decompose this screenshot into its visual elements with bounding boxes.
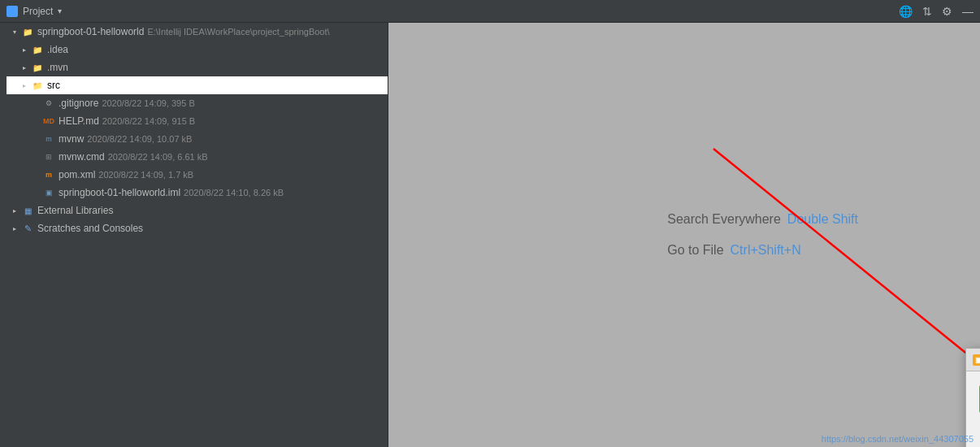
iml-meta: 2020/8/22 14:10, 8.26 kB (184, 188, 284, 197)
extlib-expand-arrow (10, 206, 20, 215)
hint-goto-text: Go to File (667, 243, 723, 258)
mvn-expand-arrow (20, 63, 29, 72)
tree-item-iml[interactable]: ▣ springboot-01-helloworld.iml 2020/8/22… (7, 184, 388, 202)
hint-search-shortcut: Double Shift (787, 212, 858, 227)
settings-icon[interactable]: ⚙ (942, 5, 952, 18)
src-folder-icon: 📁 (31, 80, 44, 91)
helpmd-label: HELP.md (59, 115, 99, 127)
minimize-icon[interactable]: — (962, 5, 973, 18)
gitignore-meta: 2020/8/22 14:09, 395 B (102, 98, 194, 108)
left-edge-bar (0, 23, 7, 447)
root-path: E:\Intellij IDEA\WorkPlace\project_sprin… (147, 27, 329, 37)
title-bar-left: Project ▾ (7, 6, 62, 17)
project-icon (7, 6, 18, 17)
project-tree: 📁 springboot-01-helloworld E:\Intellij I… (7, 23, 388, 447)
tree-item-extlib[interactable]: ▦ External Libraries (7, 202, 388, 219)
tree-item-src[interactable]: 📁 src (7, 76, 388, 94)
content-area: Search Everywhere Double Shift Go to Fil… (388, 23, 980, 447)
tree-item-scratches[interactable]: ✎ Scratches and Consoles (7, 219, 388, 237)
pomxml-meta: 2020/8/22 14:09, 1.7 kB (98, 170, 193, 180)
extlib-label: External Libraries (37, 205, 113, 216)
idea-label: .idea (47, 44, 68, 55)
hint-area: Search Everywhere Double Shift Go to Fil… (667, 212, 858, 258)
tree-item-idea[interactable]: 📁 .idea (7, 41, 388, 59)
extlib-icon: ▦ (21, 205, 34, 216)
mvnw-icon: m (42, 133, 55, 145)
root-expand-arrow (10, 27, 20, 37)
mvnw-label: mvnw (59, 133, 84, 145)
svg-line-0 (713, 149, 980, 372)
tree-item-mvnw[interactable]: m mvnw 2020/8/22 14:09, 10.07 kB (7, 130, 388, 148)
tree-root-item[interactable]: 📁 springboot-01-helloworld E:\Intellij I… (7, 23, 388, 41)
mvnwcmd-icon: ⊞ (42, 151, 55, 163)
tree-item-gitignore[interactable]: ⚙ .gitignore 2020/8/22 14:09, 395 B (7, 94, 388, 112)
mvnwcmd-label: mvnw.cmd (59, 151, 105, 163)
iml-icon: ▣ (42, 187, 55, 198)
idea-expand-arrow (20, 45, 29, 54)
watermark-url: https://blog.csdn.net/weixin_44307055 (822, 434, 973, 444)
hint-goto: Go to File Ctrl+Shift+N (667, 243, 801, 258)
helpmd-meta: 2020/8/22 14:09, 915 B (102, 116, 195, 126)
src-expand-arrow (20, 80, 29, 90)
gitignore-icon: ⚙ (42, 98, 55, 109)
mvnwcmd-meta: 2020/8/22 14:09, 6.61 kB (108, 152, 208, 162)
scratches-expand-arrow (10, 224, 20, 233)
mvnw-meta: 2020/8/22 14:09, 10.07 kB (87, 134, 192, 144)
dialog-title-icon: ▣ (973, 354, 980, 366)
tree-item-mvnwcmd[interactable]: ⊞ mvnw.cmd 2020/8/22 14:09, 6.61 kB (7, 148, 388, 166)
globe-icon[interactable]: 🌐 (899, 5, 913, 18)
title-bar: Project ▾ 🌐 ⇅ ⚙ — (0, 0, 980, 23)
iml-label: springboot-01-helloworld.iml (59, 187, 180, 198)
src-label: src (47, 80, 60, 91)
tree-item-pomxml[interactable]: m pom.xml 2020/8/22 14:09, 1.7 kB (7, 166, 388, 184)
tree-item-helpmd[interactable]: MD HELP.md 2020/8/22 14:09, 915 B (7, 112, 388, 130)
hint-search: Search Everywhere Double Shift (667, 212, 858, 227)
mvn-label: .mvn (47, 62, 68, 73)
pomxml-icon: m (42, 169, 55, 180)
idea-folder-icon: 📁 (31, 44, 44, 55)
pomxml-label: pom.xml (59, 169, 95, 180)
hint-goto-shortcut: Ctrl+Shift+N (731, 243, 801, 258)
gitignore-label: .gitignore (59, 98, 98, 109)
scratches-icon: ✎ (21, 223, 34, 234)
project-panel: 📁 springboot-01-helloworld E:\Intellij I… (7, 23, 388, 447)
root-label: springboot-01-helloworld (37, 26, 144, 37)
delete-dialog: ▣ Delete ✕ ? Delete 1 directory and 4 fi… (965, 348, 980, 447)
main-area: 📁 springboot-01-helloworld E:\Intellij I… (0, 23, 980, 447)
title-bar-title: Project (23, 6, 53, 17)
dialog-titlebar: ▣ Delete ✕ (966, 349, 980, 371)
mvn-folder-icon: 📁 (31, 62, 44, 73)
hint-search-text: Search Everywhere (667, 212, 781, 227)
root-folder-icon: 📁 (21, 26, 34, 37)
ide-container: Project ▾ 🌐 ⇅ ⚙ — 📁 springboot-01-hellow… (0, 0, 980, 447)
watermark: https://blog.csdn.net/weixin_44307055 (822, 434, 973, 444)
scratches-label: Scratches and Consoles (37, 223, 143, 234)
title-bar-actions: 🌐 ⇅ ⚙ — (899, 5, 973, 18)
project-dropdown-arrow[interactable]: ▾ (58, 7, 62, 15)
tree-item-mvn[interactable]: 📁 .mvn (7, 59, 388, 76)
helpmd-icon: MD (42, 115, 55, 127)
sync-icon[interactable]: ⇅ (922, 5, 932, 18)
